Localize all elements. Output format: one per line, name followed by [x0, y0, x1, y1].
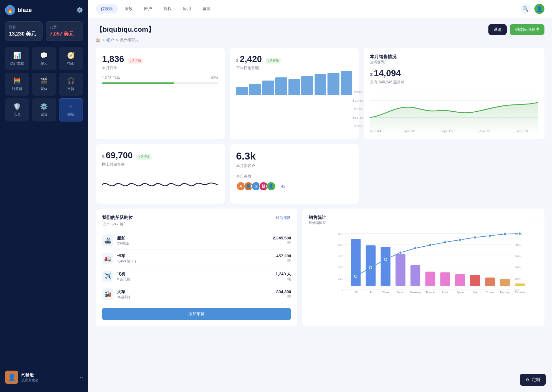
profile-avatar-icon[interactable]: 👤	[534, 4, 544, 14]
breadcrumb-accounts[interactable]: 帐户	[106, 37, 114, 43]
sidebar-footer: 👤 约翰逊 反应开发者 ⋯	[5, 367, 83, 387]
avg-sales-label: 平均日销售额	[236, 65, 353, 71]
svg-text:Spain: Spain	[457, 291, 464, 294]
sidebar-item-guide[interactable]: 🧭 指南	[59, 47, 83, 70]
svg-text:Apr 04: Apr 04	[370, 129, 381, 133]
sales-stats-svg: 00%16020%32040%48060%64080%800100%USUKCh…	[309, 230, 538, 306]
heroes-avatars: A 👤 S 镇 👤 +42	[236, 182, 353, 191]
fleet-link[interactable]: 检阅船队	[276, 215, 291, 221]
fleet-item-name-1: 卡车	[117, 253, 272, 259]
page-header: 【biqubiqu.com】 邀请 创建应用程序	[96, 24, 544, 35]
svg-rect-43	[425, 272, 435, 286]
topnav: 仪表板页数帐户授权应用资源 🔍 👤	[88, 0, 552, 18]
monthly-sales-svg: Apr 04 Apr 07 Apr 10 Apr 13 Apr 16 $24K …	[370, 89, 538, 133]
expense-card: 花费 7,057 美元	[46, 21, 83, 41]
fleet-item-name-0: 船舶	[117, 235, 269, 241]
fleet-title: 我们的船队吨位	[102, 215, 133, 221]
fleet-item-0: 🚢 船舶 234艘艇 2,345,500 吨	[102, 232, 291, 249]
fleet-item-info-1: 卡车 1,460 辆卡车	[117, 253, 272, 264]
svg-point-57	[355, 275, 357, 277]
svg-rect-47	[455, 274, 465, 286]
fleet-items: 🚢 船舶 234艘艇 2,345,500 吨 🚛 卡车 1,460 辆卡车 45…	[102, 232, 291, 303]
svg-point-62	[429, 244, 432, 246]
svg-text:Germany: Germany	[410, 291, 421, 294]
orders-target: 1,048 目标 62%	[102, 75, 219, 81]
monthly-sales-more-icon[interactable]: ···	[534, 54, 538, 60]
page-actions: 邀请 创建应用程序	[488, 24, 544, 35]
sidebar-item-stats[interactable]: 📊 统计数据	[5, 47, 29, 70]
logo-text: blaze	[18, 7, 32, 14]
fleet-item-2: ✈️ 飞机 8 架飞机 1,240 人 吨	[102, 267, 291, 285]
fleet-item-icon-1: 🚛	[102, 253, 113, 264]
svg-rect-45	[441, 272, 450, 286]
sidebar-item-settings[interactable]: ⚙️ 设置	[32, 98, 56, 121]
svg-point-64	[459, 238, 462, 241]
avg-sales-value: 2,420	[240, 54, 262, 64]
avg-sales-bar-1	[249, 84, 261, 95]
svg-rect-49	[470, 275, 480, 286]
user-avatar: 👤	[5, 371, 18, 384]
tab-auth[interactable]: 授权	[158, 4, 177, 14]
budget-card: 预算 13,230 美元	[5, 21, 43, 41]
svg-text:640: 640	[338, 243, 343, 247]
sidebar-item-chat[interactable]: 💬 聊天	[32, 47, 56, 70]
monthly-sales-value: 14,094	[374, 68, 401, 78]
svg-text:40%: 40%	[515, 266, 521, 269]
chat-icon: 💬	[40, 52, 48, 59]
tab-resources[interactable]: 资源	[197, 4, 216, 14]
fleet-item-name-3: 火车	[117, 289, 272, 295]
sidebar-item-support[interactable]: 🎧 支持	[59, 73, 83, 96]
fleet-item-info-2: 飞机 8 架飞机	[117, 271, 272, 282]
svg-text:60%: 60%	[515, 255, 521, 258]
expense-value: 7,057 美元	[50, 31, 79, 37]
calculator-icon: 🧮	[13, 77, 21, 85]
svg-point-60	[399, 251, 402, 254]
svg-text:Apr 13: Apr 13	[479, 129, 490, 133]
stats-more-icon[interactable]: ···	[534, 219, 538, 225]
sidebar-item-security[interactable]: 🛡️ 安全	[5, 98, 29, 121]
invite-button[interactable]: 邀请	[488, 24, 507, 35]
avg-sales-bar-3	[275, 77, 287, 95]
svg-text:320: 320	[338, 266, 343, 269]
avg-sales-bar-2	[262, 81, 274, 95]
user-more-icon[interactable]: ⋯	[78, 374, 83, 380]
avg-sales-bar-4	[288, 79, 300, 95]
svg-rect-41	[411, 265, 420, 286]
add-vehicle-button[interactable]: 添加车辆	[102, 308, 291, 320]
svg-point-67	[504, 233, 506, 235]
tab-apps[interactable]: 应用	[178, 4, 196, 14]
sidebar-logo: 🔥 blaze	[5, 5, 32, 15]
fleet-item-info-3: 火车 36趟列车	[117, 289, 272, 300]
new-customers-value: 6.3k	[236, 150, 353, 162]
tab-accounts[interactable]: 帐户	[139, 4, 157, 14]
new-customers-label: 本月新客户	[236, 163, 353, 169]
customize-button[interactable]: ⚙ 定制	[520, 374, 546, 386]
user-name: 约翰逊	[21, 372, 75, 378]
content-area: 【biqubiqu.com】 邀请 创建应用程序 🏠 > 帐户 > 奥弗维耶夫 …	[88, 18, 552, 392]
search-button[interactable]: 🔍	[521, 4, 531, 14]
svg-point-65	[474, 236, 476, 239]
svg-text:$13.5K: $13.5K	[352, 116, 365, 119]
breadcrumb: 🏠 > 帐户 > 奥弗维耶夫	[96, 37, 544, 43]
breadcrumb-home: 🏠	[96, 38, 100, 42]
tab-pages[interactable]: 页数	[119, 4, 138, 14]
orders-value: 1,836	[102, 54, 124, 64]
tab-dashboard[interactable]: 仪表板	[96, 4, 118, 14]
add-icon: +	[69, 103, 73, 110]
svg-text:160: 160	[338, 277, 343, 280]
sidebar-header: 🔥 blaze ⚙️	[5, 5, 83, 15]
sidebar-top-settings-icon[interactable]: ⚙️	[76, 7, 83, 14]
fleet-item-icon-2: ✈️	[102, 271, 113, 282]
media-icon: 🎬	[40, 77, 48, 85]
sidebar-item-add[interactable]: + 添新	[59, 98, 83, 121]
sidebar-item-media[interactable]: 🎬 媒体	[32, 73, 56, 96]
svg-text:80%: 80%	[515, 243, 521, 247]
new-customers-card: 6.3k 本月新客户 今日英雄 A 👤 S 镇 👤 +42	[230, 144, 359, 204]
svg-rect-37	[381, 247, 390, 286]
svg-rect-33	[351, 239, 361, 286]
logo-icon: 🔥	[5, 5, 15, 15]
total-sales-label: 网上总销售额	[102, 162, 219, 167]
create-app-button[interactable]: 创建应用程序	[510, 24, 544, 35]
svg-text:France: France	[426, 291, 435, 294]
sidebar-item-calculator[interactable]: 🧮 计算器	[5, 73, 29, 96]
